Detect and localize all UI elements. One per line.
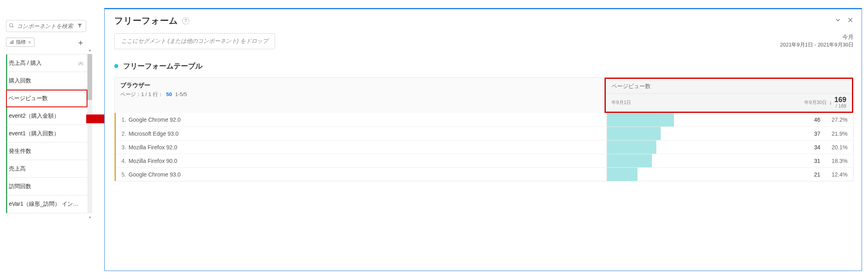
list-item[interactable]: event1（購入回数） [6, 125, 87, 143]
close-icon[interactable]: × [28, 40, 31, 45]
list-item[interactable]: 売上高 [6, 160, 87, 178]
freeform-panel: フリーフォーム ? ここにセグメント (または他のコンポーネント) をドロップ … [104, 8, 862, 271]
row-index: 1. [121, 116, 126, 123]
item-label: eVar1（線形_訪問） イン… [9, 201, 79, 208]
scrollbar[interactable]: ▴ ▾ [87, 54, 92, 213]
panel-header: フリーフォーム ? [105, 9, 862, 32]
tag-row: 指標 × ＋ [6, 38, 86, 47]
list-item[interactable]: 発生件数 [6, 143, 87, 160]
item-label: ページビュー数 [8, 95, 48, 102]
search-input-wrap[interactable] [6, 20, 86, 32]
row-label: Microsoft Edge 93.0 [129, 130, 179, 137]
metric-total-sub: / 169 [836, 103, 846, 109]
list-item[interactable]: ページビュー数 [6, 90, 87, 107]
row-label: Google Chrome 93.0 [129, 171, 181, 178]
help-icon[interactable]: ? [182, 17, 189, 24]
list-item[interactable]: 購入回数 [6, 72, 87, 90]
svg-rect-3 [12, 41, 12, 44]
list-item[interactable]: 売上高 / 購入|A| [6, 54, 87, 72]
row-index: 2. [121, 130, 126, 137]
filter-icon[interactable] [75, 23, 84, 30]
metric-summary: 年9月1日 年9月30日 ↓ 169 / 169 [606, 94, 852, 112]
row-dimension: 3.Mozilla Firefox 92.0 [116, 141, 607, 154]
row-percent: 21.9% [823, 130, 848, 137]
row-label: Mozilla Firefox 92.0 [129, 144, 177, 151]
metric-header[interactable]: ページビュー数 年9月1日 年9月30日 ↓ 169 / 169 [605, 78, 853, 113]
svg-line-1 [12, 26, 14, 27]
rows-per-page[interactable]: 50 [166, 91, 172, 97]
row-percent: 27.2% [823, 116, 848, 123]
row-dimension: 4.Mozilla Firefox 90.0 [116, 154, 607, 167]
item-label: 発生件数 [9, 148, 31, 155]
row-value-cell: 4627.2% [607, 113, 853, 126]
table-row[interactable]: 5.Google Chrome 93.02112.4% [116, 167, 853, 181]
row-dimension: 1.Google Chrome 92.0 [116, 113, 607, 126]
pagination: ページ：1 / 1 行： 50 1-5/5 [120, 91, 599, 98]
row-index: 5. [121, 171, 126, 178]
row-percent: 20.1% [823, 144, 848, 151]
table-title-row: フリーフォームテーブル [105, 49, 862, 75]
table-row[interactable]: 2.Microsoft Edge 93.03721.9% [116, 126, 853, 140]
row-label: Google Chrome 92.0 [129, 116, 181, 123]
date-range[interactable]: 今月 2021年9月1日 - 2021年9月30日 [780, 33, 854, 48]
table-body: 1.Google Chrome 92.04627.2%2.Microsoft E… [115, 113, 853, 181]
row-value: 34 [607, 144, 820, 151]
metric-list-container: 売上高 / 購入|A|購入回数ページビュー数event2（購入金額）event1… [6, 54, 92, 213]
close-icon[interactable] [847, 17, 854, 25]
table-row[interactable]: 1.Google Chrome 92.04627.2% [116, 113, 853, 126]
item-label: event1（購入回数） [9, 130, 59, 137]
table-header: ブラウザー ページ：1 / 1 行： 50 1-5/5 ページビュー数 年9月1… [115, 78, 853, 113]
search-icon [9, 23, 14, 30]
date-month: 今月 [780, 33, 854, 41]
list-item[interactable]: 訪問回数 [6, 178, 87, 195]
list-item[interactable]: event2（購入金額） [6, 107, 87, 125]
collapse-icon[interactable] [834, 16, 842, 26]
metric-list: 売上高 / 購入|A|購入回数ページビュー数event2（購入金額）event1… [6, 54, 87, 213]
item-label: 売上高 / 購入 [9, 60, 42, 67]
metric-total: 169 [834, 96, 846, 103]
row-value: 46 [607, 116, 820, 123]
component-sidebar: 指標 × ＋ 売上高 / 購入|A|購入回数ページビュー数event2（購入金額… [6, 20, 94, 213]
row-value-cell: 3721.9% [607, 127, 853, 140]
row-value-cell: 3420.1% [607, 141, 853, 154]
range-start: 年9月1日 [611, 99, 631, 106]
metric-tag-label: 指標 [16, 39, 26, 46]
dimension-name: ブラウザー [120, 82, 599, 89]
row-dimension: 2.Microsoft Edge 93.0 [116, 127, 607, 140]
freeform-table: ブラウザー ページ：1 / 1 行： 50 1-5/5 ページビュー数 年9月1… [114, 77, 854, 181]
item-label: event2（購入金額） [9, 112, 59, 120]
metric-tag[interactable]: 指標 × [6, 38, 34, 47]
row-index: 3. [121, 144, 126, 151]
table-title: フリーフォームテーブル [123, 61, 202, 71]
svg-point-0 [10, 23, 13, 26]
row-percent: 18.3% [823, 158, 848, 164]
scroll-down-icon[interactable]: ▾ [87, 215, 92, 220]
segment-drop-zone[interactable]: ここにセグメント (または他のコンポーネント) をドロップ [114, 33, 275, 49]
row-percent: 12.4% [823, 171, 848, 178]
adobe-icon: |A| [78, 61, 83, 66]
row-value: 21 [607, 171, 820, 178]
range-end: 年9月30日 [804, 99, 827, 106]
row-label: Mozilla Firefox 90.0 [129, 158, 177, 164]
item-label: 訪問回数 [9, 183, 31, 190]
search-input[interactable] [16, 22, 75, 30]
table-row[interactable]: 4.Mozilla Firefox 90.03118.3% [116, 154, 853, 167]
svg-rect-4 [13, 40, 14, 44]
row-value: 37 [607, 130, 820, 137]
svg-rect-2 [10, 42, 11, 44]
sort-desc-icon[interactable]: ↓ [829, 99, 832, 106]
row-value-cell: 3118.3% [607, 154, 853, 167]
item-label: 購入回数 [9, 77, 31, 84]
row-index: 4. [121, 158, 126, 164]
row-value: 31 [607, 158, 820, 164]
row-value-cell: 2112.4% [607, 168, 853, 181]
scrollbar-thumb[interactable] [87, 54, 92, 100]
metric-label: ページビュー数 [606, 79, 852, 94]
item-label: 売上高 [9, 165, 26, 173]
dimension-header[interactable]: ブラウザー ページ：1 / 1 行： 50 1-5/5 [115, 78, 605, 113]
table-row[interactable]: 3.Mozilla Firefox 92.03420.1% [116, 140, 853, 154]
add-button[interactable]: ＋ [75, 38, 86, 46]
segment-row: ここにセグメント (または他のコンポーネント) をドロップ 今月 2021年9月… [105, 32, 862, 49]
list-item[interactable]: eVar1（線形_訪問） イン… [6, 195, 87, 213]
scroll-up-icon[interactable]: ▴ [87, 48, 92, 52]
